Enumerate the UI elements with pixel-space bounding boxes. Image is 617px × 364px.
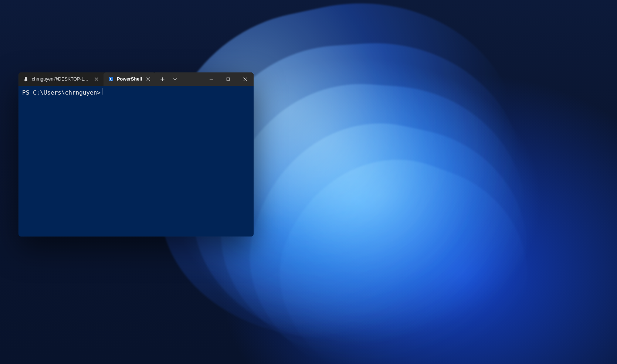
close-icon: [95, 77, 98, 81]
tux-icon: [23, 76, 29, 82]
titlebar-drag-region[interactable]: [182, 72, 203, 86]
tab-wsl[interactable]: chrnguyen@DESKTOP-LT7NSCG: ~: [18, 72, 104, 86]
terminal-window[interactable]: chrnguyen@DESKTOP-LT7NSCG: ~: [18, 72, 254, 237]
close-window-button[interactable]: [237, 72, 254, 86]
powershell-icon: [108, 76, 114, 82]
close-icon: [146, 77, 150, 81]
close-icon: [243, 77, 247, 81]
minimize-icon: [209, 77, 213, 81]
titlebar[interactable]: chrnguyen@DESKTOP-LT7NSCG: ~: [18, 72, 254, 86]
prompt-line: PS C:\Users\chrnguyen>: [22, 88, 250, 97]
tab-close-button[interactable]: [93, 76, 100, 82]
caption-controls: [203, 72, 254, 86]
terminal-body[interactable]: PS C:\Users\chrnguyen>: [18, 86, 254, 237]
tab-strip: chrnguyen@DESKTOP-LT7NSCG: ~: [18, 72, 155, 86]
chevron-down-icon: [173, 77, 177, 81]
new-tab-button[interactable]: [156, 74, 169, 85]
maximize-icon: [226, 77, 230, 81]
svg-point-3: [26, 78, 26, 78]
svg-point-2: [25, 78, 26, 78]
prompt-text: PS C:\Users\chrnguyen>: [22, 89, 101, 97]
tab-close-button[interactable]: [145, 76, 152, 82]
tabbar-actions: [155, 72, 182, 86]
desktop-background: chrnguyen@DESKTOP-LT7NSCG: ~: [0, 0, 617, 364]
tab-powershell[interactable]: PowerShell: [104, 72, 155, 86]
plus-icon: [160, 77, 165, 81]
svg-rect-4: [227, 78, 230, 81]
tab-dropdown-button[interactable]: [169, 74, 181, 85]
minimize-button[interactable]: [203, 72, 220, 86]
cursor: [102, 88, 102, 95]
tab-title: chrnguyen@DESKTOP-LT7NSCG: ~: [32, 76, 90, 82]
svg-point-1: [24, 79, 27, 81]
tab-title: PowerShell: [117, 76, 142, 82]
maximize-button[interactable]: [220, 72, 237, 86]
